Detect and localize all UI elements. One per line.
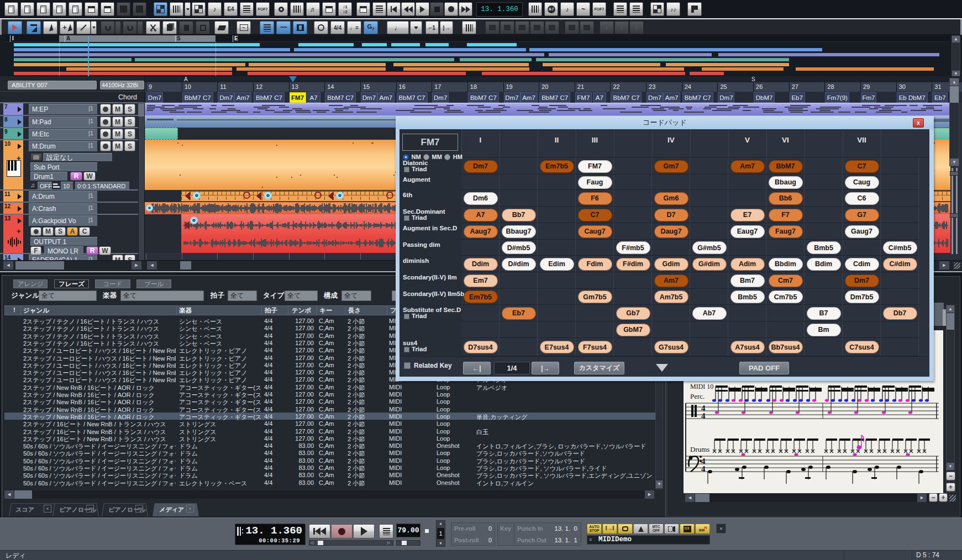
svg-text:MIDI 10: MIDI 10 (690, 383, 713, 390)
svg-text:Drums: Drums (690, 445, 709, 453)
svg-text:4: 4 (701, 411, 706, 420)
svg-text:4: 4 (701, 464, 706, 473)
svg-text:Perc.: Perc. (690, 392, 705, 400)
